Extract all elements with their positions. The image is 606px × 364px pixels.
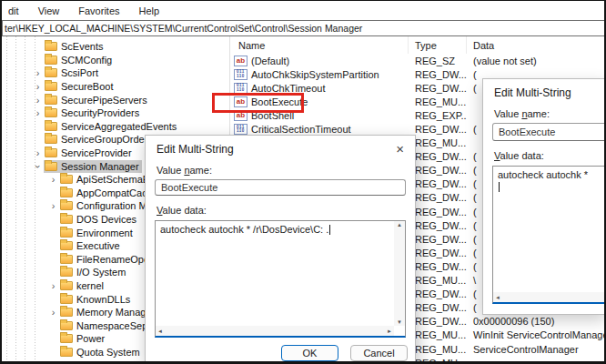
value-data-text: 0x00000096 (150) <box>467 316 606 327</box>
tree-item-scsiport[interactable]: ›ScsiPort <box>2 66 229 80</box>
value-name-text: AutoChkSkipSystemPartition <box>251 69 379 80</box>
string-value-icon: ab <box>234 56 247 66</box>
scroll-left-icon[interactable]: ◄ <box>495 294 500 301</box>
address-bar[interactable]: ter\HKEY_LOCAL_MACHINE\SYSTEM\CurrentCon… <box>2 20 606 36</box>
chevron-expanded-icon[interactable]: › <box>34 160 43 172</box>
tree-item-label: SCMConfig <box>61 55 112 66</box>
tree-node: ServiceGroupOrder <box>44 133 150 146</box>
value-data-textarea[interactable]: autocheck autochk * /r\DosDevice\C: . ▲ … <box>155 220 406 338</box>
tree-item-secureboot[interactable]: ›SecureBoot <box>2 80 229 94</box>
horizontal-scrollbar[interactable]: ◄ ► <box>156 326 394 336</box>
tree-item-securepipeservers[interactable]: ›SecurePipeServers <box>2 93 229 106</box>
tree-item-label: SecureBoot <box>61 81 113 92</box>
cell-name: ab(Default) <box>230 56 409 66</box>
chevron-collapsed-icon[interactable]: › <box>32 148 44 157</box>
cell-name: abBootExecute <box>230 96 409 107</box>
dword-icon-digits: 110 <box>237 75 245 79</box>
chevron-collapsed-icon[interactable]: › <box>32 96 44 105</box>
value-data-label: Value data: <box>146 196 415 218</box>
cell-name: 011110CriticalSectionTimeout <box>230 124 409 135</box>
tree-item-label: ServiceGroupOrder <box>61 134 147 145</box>
cancel-button[interactable]: Cancel <box>350 345 408 361</box>
tree-item-scmconfig[interactable]: SCMConfig <box>2 54 229 67</box>
tree-item-serviceaggregatedevents[interactable]: ServiceAggregatedEvents <box>2 120 229 134</box>
value-data-textarea[interactable]: autocheck autochk * ◄ <box>492 166 606 304</box>
value-name-text: BootShell <box>251 110 294 121</box>
horizontal-scrollbar[interactable]: ◄ <box>493 292 606 302</box>
tree-node: kernel <box>59 279 106 292</box>
column-header-type[interactable]: Type <box>409 36 467 54</box>
chevron-collapsed-icon[interactable]: › <box>32 68 44 77</box>
menu-item-favorites[interactable]: Favorites <box>76 4 122 18</box>
chevron-collapsed-icon[interactable]: › <box>47 201 59 210</box>
tree-item-label: Power <box>76 333 105 344</box>
dialog-title-bar[interactable]: Edit Multi-String <box>483 79 606 99</box>
value-type-text: REG_DW... <box>409 248 467 258</box>
tree-node: Executive <box>59 239 123 252</box>
vertical-scrollbar[interactable]: ▲ ▼ <box>394 221 405 326</box>
menu-item-view[interactable]: View <box>35 4 63 18</box>
chevron-collapsed-icon[interactable]: › <box>47 281 59 290</box>
value-type-text: REG_EXP... <box>409 110 467 121</box>
column-header-data[interactable]: Data <box>467 36 606 54</box>
tree-node: Environment <box>59 227 136 239</box>
tree-item-label: Environment <box>76 228 133 238</box>
value-type-text: REG_DW... <box>409 316 467 327</box>
value-name-label: Value name: <box>483 99 606 122</box>
value-type-text: REG_SZ <box>409 56 467 66</box>
value-type-text: REG_DW... <box>409 151 467 162</box>
tree-item-label: I/O System <box>76 267 126 278</box>
chevron-collapsed-icon[interactable]: › <box>32 82 44 91</box>
tree-node: Power <box>59 332 107 345</box>
chevron-collapsed-icon[interactable]: › <box>47 308 59 317</box>
tree-node: SecureBoot <box>44 80 116 93</box>
menu-item-dit[interactable]: dit <box>5 4 22 18</box>
value-type-text: REG_DW... <box>409 178 467 189</box>
chevron-collapsed-icon[interactable]: › <box>32 108 44 117</box>
tree-node: DOS Devices <box>59 213 139 226</box>
tree-item-scevents[interactable]: ScEvents <box>2 40 229 54</box>
folder-icon <box>60 281 73 290</box>
tree-item-label: Session Manager <box>61 161 139 172</box>
column-header-name[interactable]: Name <box>230 36 409 54</box>
value-data-text: autocheck autochk * /r\DosDevice\C: . <box>160 224 328 235</box>
close-icon[interactable]: × <box>394 144 406 155</box>
dialog-buttons: OK Cancel <box>146 338 415 361</box>
registry-row-default[interactable]: ab(Default)REG_SZ(value not set) <box>230 54 606 67</box>
value-name-text: CriticalSectionTimeout <box>251 124 351 135</box>
chevron-collapsed-icon[interactable]: › <box>47 175 59 184</box>
dialog-title-bar[interactable]: Edit Multi-String × <box>146 136 415 156</box>
value-name-text: BootExecute <box>251 96 308 107</box>
dword-icon-digits: 110 <box>237 129 245 134</box>
folder-icon <box>60 255 73 264</box>
folder-icon <box>60 334 73 343</box>
menu-item-help[interactable]: Help <box>136 4 163 18</box>
value-data-text: ServiceControlManager <box>467 344 606 355</box>
tree-item-label: Quota System <box>76 347 140 358</box>
dword-value-icon: 011110 <box>234 124 247 135</box>
scroll-down-icon[interactable]: ▼ <box>397 318 402 326</box>
value-data-text: (value not set) <box>467 56 606 66</box>
tree-item-securityproviders[interactable]: ›SecurityProviders <box>2 106 229 120</box>
value-data-label: Value data: <box>483 141 606 164</box>
list-header: Name Type Data <box>230 36 606 54</box>
string-value-icon: ab <box>234 96 247 107</box>
tree-node: SecurityProviders <box>44 106 142 119</box>
tree-item-label: KnownDLLs <box>76 294 130 305</box>
scroll-up-icon[interactable]: ▲ <box>397 221 402 228</box>
value-name-field[interactable]: BootExecute <box>492 123 606 141</box>
registry-editor-window: ditViewFavoritesHelp ter\HKEY_LOCAL_MACH… <box>0 0 606 364</box>
value-name-text: (Default) <box>251 56 289 66</box>
tree-item-label: ServiceAggregatedEvents <box>61 121 177 132</box>
scroll-left-icon[interactable]: ◄ <box>157 328 163 335</box>
tree-node: ServiceProvider <box>44 147 135 159</box>
value-type-text: REG_MU <box>409 358 467 361</box>
value-type-text: REG_MU... <box>409 275 467 286</box>
tree-node: Quota System <box>59 346 143 359</box>
edit-multistring-dialog: Edit Multi-String × Value name: BootExec… <box>145 135 416 362</box>
folder-icon <box>60 295 73 304</box>
scroll-right-icon[interactable]: ► <box>387 328 392 335</box>
ok-button[interactable]: OK <box>281 345 338 361</box>
value-name-field[interactable]: BootExecute <box>155 179 406 196</box>
value-name-label: Value name: <box>146 156 415 178</box>
